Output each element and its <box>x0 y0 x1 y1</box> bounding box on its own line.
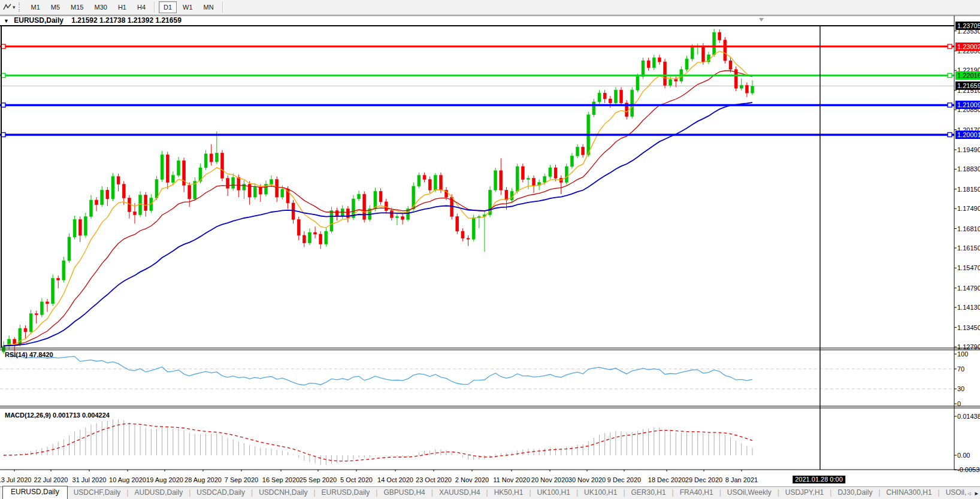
chart-shift-marker-icon[interactable] <box>759 18 764 22</box>
chart-plot-area[interactable] <box>0 16 954 470</box>
chart-title-bar: ▼ EURUSD,Daily 1.21592 1.21738 1.21392 1… <box>0 16 182 25</box>
line-endpoint-marker[interactable] <box>1 44 5 49</box>
line-endpoint-marker[interactable] <box>1 103 5 107</box>
tab-scroll-right-icon[interactable]: ▸ <box>975 489 978 497</box>
line-endpoint-marker[interactable] <box>1 73 5 77</box>
chart-collapse-arrow-icon[interactable]: ▼ <box>4 18 9 24</box>
macd-indicator-label: MACD(12,26,9) 0.001713 0.004224 <box>5 412 110 419</box>
chart-ohlc-values: 1.21592 1.21738 1.21392 1.21659 <box>71 16 182 25</box>
tab-scroll-arrows: ◃ ▸ <box>965 489 978 497</box>
chart-canvas[interactable] <box>0 0 980 499</box>
mt4-window: ▾ M1M5M15M30H1H4D1W1MN ▼ EURUSD,Daily 1.… <box>0 0 980 499</box>
line-endpoint-marker[interactable] <box>948 44 952 49</box>
line-endpoint-marker[interactable] <box>948 73 952 77</box>
line-endpoint-marker[interactable] <box>1 132 5 137</box>
line-endpoint-marker[interactable] <box>948 132 952 137</box>
rsi-indicator-label: RSI(14) 47.8420 <box>5 351 53 358</box>
tab-scroll-left-icon[interactable]: ◃ <box>967 489 971 497</box>
chart-symbol-period: EURUSD,Daily <box>14 16 63 25</box>
line-endpoint-marker[interactable] <box>948 103 952 107</box>
